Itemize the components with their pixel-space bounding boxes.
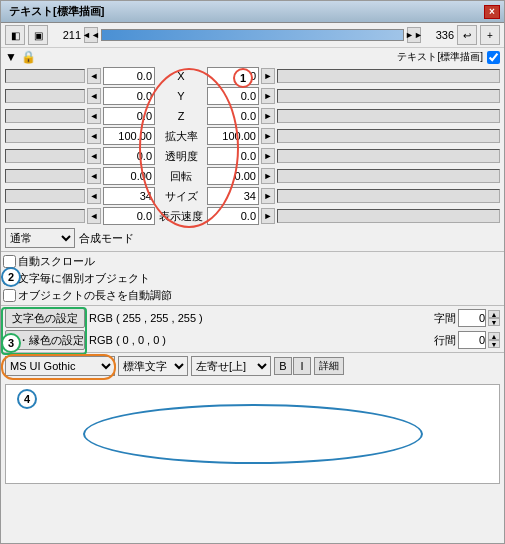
checkbox-auto-adjust-label: オブジェクトの長さを自動調節: [18, 288, 172, 303]
param-row-6: ◄ サイズ ►: [5, 186, 500, 206]
blend-label: 合成モード: [79, 231, 134, 246]
param-label-6: サイズ: [157, 189, 205, 204]
param-right-input-1[interactable]: [207, 87, 259, 105]
checkbox-auto-scroll-input[interactable]: [3, 255, 16, 268]
param-next-2[interactable]: ►: [261, 108, 275, 124]
param-left-input-5[interactable]: [103, 167, 155, 185]
param-left-input-4[interactable]: [103, 147, 155, 165]
param-row-3: ◄ 拡大率 ►: [5, 126, 500, 146]
header-checkbox[interactable]: [487, 51, 500, 64]
param-slider-left-7: [5, 209, 85, 223]
line-spacing-down[interactable]: ▼: [488, 340, 500, 348]
param-slider-right-2: [277, 109, 500, 123]
spacing-input[interactable]: 0: [458, 309, 486, 327]
blend-row: 通常 合成モード: [1, 226, 504, 250]
font-align-select[interactable]: 左寄せ[上]: [191, 356, 271, 376]
text-color-btn[interactable]: 文字色の設定: [5, 308, 85, 328]
line-spacing-label: 行間: [434, 333, 456, 348]
param-left-input-7[interactable]: [103, 207, 155, 225]
param-slider-right-6: [277, 189, 500, 203]
param-left-input-6[interactable]: [103, 187, 155, 205]
param-next-6[interactable]: ►: [261, 188, 275, 204]
checkbox-auto-scroll-label: 自動スクロール: [18, 254, 95, 269]
toolbar-undo-btn[interactable]: ↩: [457, 25, 477, 45]
text-color-value: RGB ( 255 , 255 , 255 ): [89, 312, 430, 324]
line-spacing-input[interactable]: 0: [458, 331, 486, 349]
checkbox-individual-input[interactable]: [3, 272, 16, 285]
param-row-1: ◄ Y ►: [5, 86, 500, 106]
param-right-input-0[interactable]: [207, 67, 259, 85]
param-next-1[interactable]: ►: [261, 88, 275, 104]
toolbar-icon-left[interactable]: ◧: [5, 25, 25, 45]
param-slider-left-4: [5, 149, 85, 163]
param-next-3[interactable]: ►: [261, 128, 275, 144]
text-area[interactable]: [5, 384, 500, 484]
checkbox-auto-adjust-input[interactable]: [3, 289, 16, 302]
toolbar-add-btn[interactable]: +: [480, 25, 500, 45]
title-bar: テキスト[標準描画] ×: [1, 1, 504, 23]
param-left-input-1[interactable]: [103, 87, 155, 105]
param-right-input-6[interactable]: [207, 187, 259, 205]
param-prev-1[interactable]: ◄: [87, 88, 101, 104]
spacing-label: 字間: [434, 311, 456, 326]
toolbar-slider[interactable]: [101, 29, 404, 41]
lock-icon: ▼: [5, 50, 17, 64]
font-row: MS UI Gothic 標準文字 左寄せ[上] B I 詳細: [1, 354, 504, 378]
line-spacing-spin: 行間 0 ▲ ▼: [434, 331, 500, 349]
param-right-input-2[interactable]: [207, 107, 259, 125]
checkbox-individual: 文字毎に個別オブジェクト: [1, 270, 504, 287]
title-text: テキスト[標準描画]: [9, 4, 104, 19]
font-section: MS UI Gothic 標準文字 左寄せ[上] B I 詳細: [1, 354, 504, 378]
param-prev-3[interactable]: ◄: [87, 128, 101, 144]
param-prev-2[interactable]: ◄: [87, 108, 101, 124]
toolbar-icon-right[interactable]: ▣: [28, 25, 48, 45]
font-detail-btn[interactable]: 詳細: [314, 357, 344, 375]
shadow-color-btn[interactable]: 影・縁色の設定: [5, 330, 85, 350]
param-next-0[interactable]: ►: [261, 68, 275, 84]
param-left-input-3[interactable]: [103, 127, 155, 145]
param-right-input-3[interactable]: [207, 127, 259, 145]
param-prev-0[interactable]: ◄: [87, 68, 101, 84]
text-area-wrapper: 4: [3, 381, 502, 487]
param-next-7[interactable]: ►: [261, 208, 275, 224]
param-next-4[interactable]: ►: [261, 148, 275, 164]
param-next-5[interactable]: ►: [261, 168, 275, 184]
line-spacing-up[interactable]: ▲: [488, 332, 500, 340]
toolbar: ◧ ▣ 211 ◄◄ ►► 336 ↩ +: [1, 23, 504, 48]
param-label-3: 拡大率: [157, 129, 205, 144]
param-left-input-0[interactable]: [103, 67, 155, 85]
param-right-input-5[interactable]: [207, 167, 259, 185]
param-label-2: Z: [157, 110, 205, 122]
toolbar-next-btn[interactable]: ►►: [407, 27, 421, 43]
blend-mode-select[interactable]: 通常: [5, 228, 75, 248]
font-name-select[interactable]: MS UI Gothic: [5, 356, 115, 376]
close-button[interactable]: ×: [484, 5, 500, 19]
checkbox-individual-label: 文字毎に個別オブジェクト: [18, 271, 150, 286]
main-window: テキスト[標準描画] × ◧ ▣ 211 ◄◄ ►► 336 ↩ + ▼ 🔒 テ…: [0, 0, 505, 544]
bold-button[interactable]: B: [274, 357, 292, 375]
param-prev-7[interactable]: ◄: [87, 208, 101, 224]
param-slider-right-7: [277, 209, 500, 223]
param-slider-left-1: [5, 89, 85, 103]
param-slider-left-5: [5, 169, 85, 183]
param-slider-right-5: [277, 169, 500, 183]
color-row-text: 文字色の設定 RGB ( 255 , 255 , 255 ) 字間 0 ▲ ▼: [1, 307, 504, 329]
spacing-spin: 字間 0 ▲ ▼: [434, 309, 500, 327]
spacing-arrows: ▲ ▼: [488, 310, 500, 326]
param-right-input-7[interactable]: [207, 207, 259, 225]
spacing-up[interactable]: ▲: [488, 310, 500, 318]
param-prev-4[interactable]: ◄: [87, 148, 101, 164]
param-row-7: ◄ 表示速度 ►: [5, 206, 500, 226]
toolbar-prev-btn[interactable]: ◄◄: [84, 27, 98, 43]
param-left-input-2[interactable]: [103, 107, 155, 125]
separator-1: [1, 251, 504, 252]
param-prev-6[interactable]: ◄: [87, 188, 101, 204]
color-row-shadow: 影・縁色の設定 RGB ( 0 , 0 , 0 ) 行間 0 ▲ ▼: [1, 329, 504, 351]
params-section: ◄ X ► ◄ Y ► ◄ Z ► ◄ 拡大率 ► ◄ 透明度 ►: [1, 66, 504, 226]
param-right-input-4[interactable]: [207, 147, 259, 165]
param-rows: ◄ X ► ◄ Y ► ◄ Z ► ◄ 拡大率 ► ◄ 透明度 ►: [5, 66, 500, 226]
italic-button[interactable]: I: [293, 357, 311, 375]
font-type-select[interactable]: 標準文字: [118, 356, 188, 376]
param-prev-5[interactable]: ◄: [87, 168, 101, 184]
spacing-down[interactable]: ▼: [488, 318, 500, 326]
